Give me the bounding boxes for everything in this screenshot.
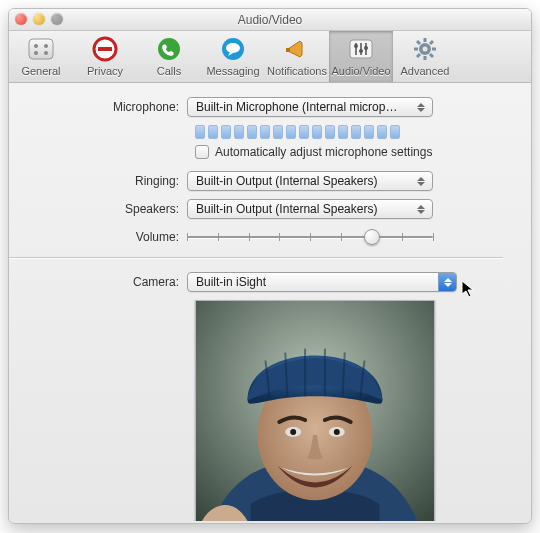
- svg-point-15: [354, 44, 358, 48]
- microphone-label: Microphone:: [9, 100, 187, 114]
- megaphone-icon: [280, 35, 314, 63]
- window-title: Audio/Video: [9, 9, 531, 31]
- svg-point-7: [158, 38, 180, 60]
- tab-label: Audio/Video: [331, 65, 390, 77]
- svg-rect-34: [196, 301, 434, 521]
- stepper-icon: [414, 173, 428, 189]
- tab-label: General: [21, 65, 60, 77]
- separator: [9, 257, 503, 258]
- ringing-label: Ringing:: [9, 174, 187, 188]
- stepper-icon: [438, 273, 456, 291]
- toolbar: General Privacy Calls: [9, 31, 531, 83]
- tab-notifications[interactable]: Notifications: [265, 31, 329, 82]
- close-icon[interactable]: [15, 13, 27, 25]
- settings-pane: Microphone: Built-in Microphone (Interna…: [9, 83, 531, 521]
- tab-advanced[interactable]: Advanced: [393, 31, 457, 82]
- preferences-window: Audio/Video General Privacy: [8, 8, 532, 524]
- zoom-icon[interactable]: [51, 13, 63, 25]
- volume-row: Volume:: [9, 227, 503, 247]
- svg-rect-6: [98, 47, 112, 51]
- auto-adjust-row: Automatically adjust microphone settings: [195, 145, 503, 159]
- camera-preview: [195, 300, 435, 521]
- camera-select[interactable]: Built-in iSight: [187, 272, 457, 292]
- speakers-row: Speakers: Built-in Output (Internal Spea…: [9, 199, 503, 219]
- tab-label: Calls: [157, 65, 181, 77]
- svg-point-9: [226, 43, 240, 53]
- auto-adjust-checkbox[interactable]: [195, 145, 209, 159]
- volume-label: Volume:: [9, 230, 187, 244]
- switches-icon: [24, 35, 58, 63]
- microphone-value: Built-in Microphone (Internal microp…: [196, 100, 414, 114]
- ringing-value: Built-in Output (Internal Speakers): [196, 174, 414, 188]
- microphone-select[interactable]: Built-in Microphone (Internal microp…: [187, 97, 433, 117]
- svg-point-3: [34, 51, 38, 55]
- svg-point-27: [423, 47, 428, 52]
- window-controls: [15, 13, 63, 25]
- phone-icon: [152, 35, 186, 63]
- svg-point-1: [34, 44, 38, 48]
- svg-point-4: [44, 51, 48, 55]
- tab-audio-video[interactable]: Audio/Video: [329, 31, 393, 82]
- camera-row: Camera: Built-in iSight: [9, 272, 503, 292]
- av-sliders-icon: [344, 35, 378, 63]
- svg-line-23: [417, 41, 420, 44]
- stepper-icon: [414, 99, 428, 115]
- tab-label: Privacy: [87, 65, 123, 77]
- gear-icon: [408, 35, 442, 63]
- svg-rect-0: [29, 39, 53, 59]
- mouse-cursor-icon: [461, 280, 479, 298]
- auto-adjust-label: Automatically adjust microphone settings: [215, 145, 432, 159]
- tab-label: Notifications: [267, 65, 327, 77]
- svg-rect-10: [286, 48, 290, 52]
- microphone-level-meter: [195, 125, 503, 139]
- camera-preview-image: [196, 301, 434, 521]
- microphone-row: Microphone: Built-in Microphone (Interna…: [9, 97, 503, 117]
- tab-calls[interactable]: Calls: [137, 31, 201, 82]
- svg-point-17: [364, 46, 368, 50]
- chat-bubble-icon: [216, 35, 250, 63]
- camera-value: Built-in iSight: [196, 275, 438, 289]
- tab-messaging[interactable]: Messaging: [201, 31, 265, 82]
- tab-label: Advanced: [401, 65, 450, 77]
- svg-point-16: [359, 49, 363, 53]
- stepper-icon: [414, 201, 428, 217]
- ringing-select[interactable]: Built-in Output (Internal Speakers): [187, 171, 433, 191]
- volume-knob[interactable]: [364, 229, 380, 245]
- titlebar: Audio/Video: [9, 9, 531, 31]
- camera-label: Camera:: [9, 275, 187, 289]
- svg-point-2: [44, 44, 48, 48]
- speakers-select[interactable]: Built-in Output (Internal Speakers): [187, 199, 433, 219]
- volume-slider[interactable]: [187, 227, 433, 247]
- tab-label: Messaging: [206, 65, 259, 77]
- svg-line-25: [430, 41, 433, 44]
- tab-general[interactable]: General: [9, 31, 73, 82]
- svg-line-26: [417, 54, 420, 57]
- ringing-row: Ringing: Built-in Output (Internal Speak…: [9, 171, 503, 191]
- svg-line-24: [430, 54, 433, 57]
- speakers-label: Speakers:: [9, 202, 187, 216]
- minimize-icon[interactable]: [33, 13, 45, 25]
- no-entry-icon: [88, 35, 122, 63]
- tab-privacy[interactable]: Privacy: [73, 31, 137, 82]
- speakers-value: Built-in Output (Internal Speakers): [196, 202, 414, 216]
